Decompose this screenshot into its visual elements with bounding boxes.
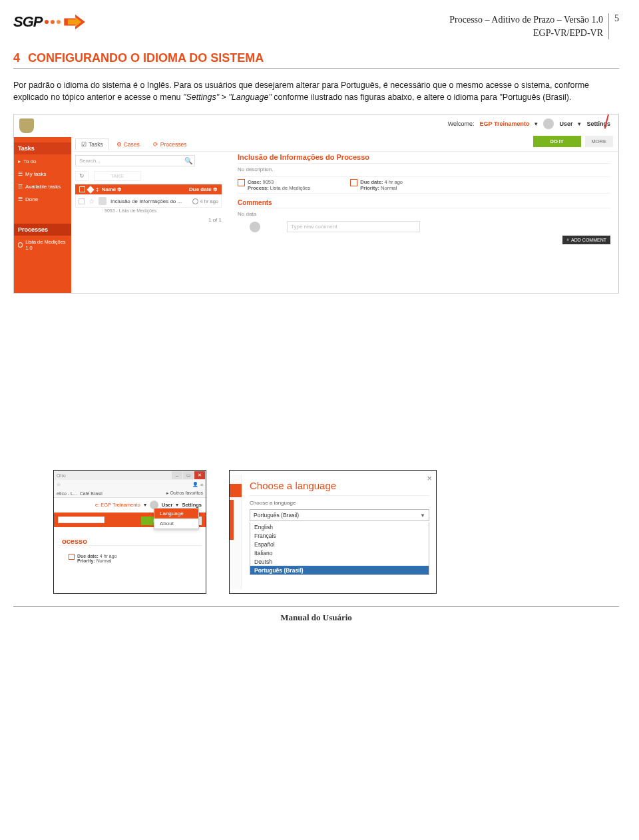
detail-title-fragment: ocesso: [58, 532, 202, 546]
section-heading: 4 CONFIGURANDO O IDIOMA DO SISTEMA: [13, 51, 619, 65]
screenshot-settings-menu: Otro – ▭ ✕ ☆ 👤 ≡ etico - L... Café Brasi…: [53, 470, 206, 594]
dialog-title: Choose a language: [250, 480, 429, 496]
menu-item-about[interactable]: About: [154, 519, 198, 528]
section-title: CONFIGURANDO O IDIOMA DO SISTEMA: [28, 51, 264, 65]
label: Lista de Medições: [25, 239, 65, 245]
doit-button[interactable]: DO IT: [533, 136, 581, 147]
menu-item-language[interactable]: Language: [154, 509, 198, 519]
comments-nodata: No data: [238, 211, 610, 217]
search-input[interactable]: Search...: [75, 155, 195, 166]
window-close-button[interactable]: ✕: [194, 471, 205, 479]
settings-menu[interactable]: Settings: [182, 502, 202, 508]
sidebar-item-todo[interactable]: ▸To do: [14, 156, 71, 167]
sidebar-item-available[interactable]: ☰Available tasks: [14, 181, 71, 192]
sidebar-item-process[interactable]: Lista de Medições 1.0: [14, 237, 71, 253]
screenshot-main-app: Welcome: EGP Treinamento ▾ User ▾ Settin…: [13, 114, 619, 294]
dot-icon: [51, 20, 55, 24]
clock-icon: [192, 198, 198, 204]
logo-text: SGP: [13, 13, 42, 31]
sidebar-header-processes: Processes: [14, 224, 71, 236]
text-italic: "Language": [228, 93, 272, 102]
avatar-icon[interactable]: [543, 118, 554, 129]
welcome-user: e: EGP Treinamento: [95, 502, 140, 508]
search-input[interactable]: [58, 517, 105, 523]
user-menu[interactable]: User: [162, 502, 173, 508]
label: My tasks: [25, 171, 47, 177]
tab-cases[interactable]: ⚙Cases: [110, 138, 146, 150]
table-header: ‡ Name ≑ Due date ≑: [75, 184, 222, 194]
selected-value: Português (Brasil): [254, 512, 299, 519]
dialog-subtitle: Choose a language: [250, 500, 429, 506]
more-button[interactable]: MORE: [585, 136, 614, 147]
label: To do: [23, 158, 37, 164]
bookmarks-bar: etico - L... Café Brasil ▸ Outros favori…: [54, 489, 206, 498]
star-icon[interactable]: ☆: [89, 198, 95, 205]
language-select[interactable]: Português (Brasil) ▼: [250, 509, 429, 521]
bookmark[interactable]: etico - L...: [57, 491, 77, 496]
detail-panel: Inclusão de Informações do Processo No d…: [238, 153, 610, 244]
search-icon[interactable]: 🔍: [184, 157, 192, 164]
window-max-button[interactable]: ▭: [183, 471, 194, 479]
app-topbar: Welcome: EGP Treinamento ▾ User ▾ Settin…: [448, 118, 610, 129]
user-menu[interactable]: User: [559, 120, 572, 127]
language-option[interactable]: Italiano: [250, 548, 429, 557]
comment-input[interactable]: Type new comment: [287, 221, 420, 232]
checkbox-icon[interactable]: [79, 186, 85, 192]
bookmark[interactable]: Café Brasil: [80, 491, 103, 496]
window-min-button[interactable]: –: [172, 471, 182, 479]
plus-icon: +: [566, 238, 569, 242]
language-dropdown-list: English Français Español Italiano Deutsh…: [250, 523, 429, 575]
add-comment-button[interactable]: +ADD COMMENT: [562, 236, 610, 244]
calendar-icon: [350, 179, 357, 186]
language-option-selected[interactable]: Português (Brasil): [250, 566, 429, 574]
window-titlebar: Otro – ▭ ✕: [54, 471, 206, 480]
label: Processes: [160, 141, 187, 148]
refresh-button[interactable]: ↻: [75, 171, 89, 181]
col-name[interactable]: Name ≑: [101, 186, 186, 192]
section-underline: [13, 68, 619, 69]
chevron-down-icon[interactable]: ▾: [578, 120, 581, 127]
chevron-down-icon[interactable]: ▾: [144, 502, 146, 508]
label: Tasks: [89, 141, 103, 148]
star-icon[interactable]: ☆: [57, 482, 61, 487]
case-icon: [238, 179, 245, 186]
checkbox-icon[interactable]: [79, 198, 85, 204]
footer-text: Manual do Usuário: [13, 612, 619, 623]
language-option[interactable]: Deutsh: [250, 557, 429, 566]
tab-tasks[interactable]: ☑Tasks: [75, 138, 109, 150]
pager: 1 of 1: [75, 217, 222, 223]
chevron-down-icon[interactable]: ▾: [534, 120, 538, 127]
dot-icon: [57, 20, 61, 24]
section-number: 4: [13, 51, 20, 65]
detail-nodesc: No description.: [238, 166, 610, 172]
settings-dropdown: Language About: [154, 508, 199, 529]
item-icon: [99, 197, 106, 205]
logo: SGP: [13, 13, 88, 31]
sidebar-item-mytasks[interactable]: ☰My tasks: [14, 168, 71, 180]
col-due[interactable]: Due date ≑: [189, 186, 218, 192]
sort-icon[interactable]: [87, 186, 94, 193]
bookmark-other[interactable]: Outros favoritos: [170, 491, 203, 495]
detail-case: Case: 9053 Process: Lista de Medições: [238, 179, 310, 191]
page-header: SGP Processo – Aditivo de Prazo – Versão…: [13, 13, 619, 39]
text-italic: "Settings": [183, 93, 219, 102]
welcome-user: EGP Treinamento: [480, 120, 530, 127]
close-icon[interactable]: ×: [427, 473, 432, 483]
text: conforme ilustrado nas figuras abaixo, e…: [272, 93, 572, 102]
sidebar-item-done[interactable]: ☰Done: [14, 194, 71, 205]
tab-processes[interactable]: ⟳Processes: [147, 138, 193, 150]
footer-rule: [13, 606, 619, 607]
avatar-icon[interactable]: 👤: [192, 482, 198, 487]
sidebar-header-tasks: Tasks: [14, 142, 71, 154]
menu-icon[interactable]: ≡: [200, 483, 203, 487]
language-option[interactable]: Español: [250, 540, 429, 548]
language-option[interactable]: English: [250, 523, 429, 531]
doc-title-line1: Processo – Aditivo de Prazo – Versão 1.0: [449, 13, 603, 27]
language-option[interactable]: Français: [250, 531, 429, 540]
doc-title-line2: EGP-VR/EPD-VR: [449, 27, 603, 40]
take-button[interactable]: TAKE: [94, 171, 140, 181]
chevron-down-icon[interactable]: ▾: [176, 502, 178, 508]
left-strip: [230, 475, 242, 589]
table-row[interactable]: ☆ Inclusão de Informações do ... 4 hr ag…: [75, 194, 222, 208]
url-fragment: Otro: [54, 473, 171, 478]
